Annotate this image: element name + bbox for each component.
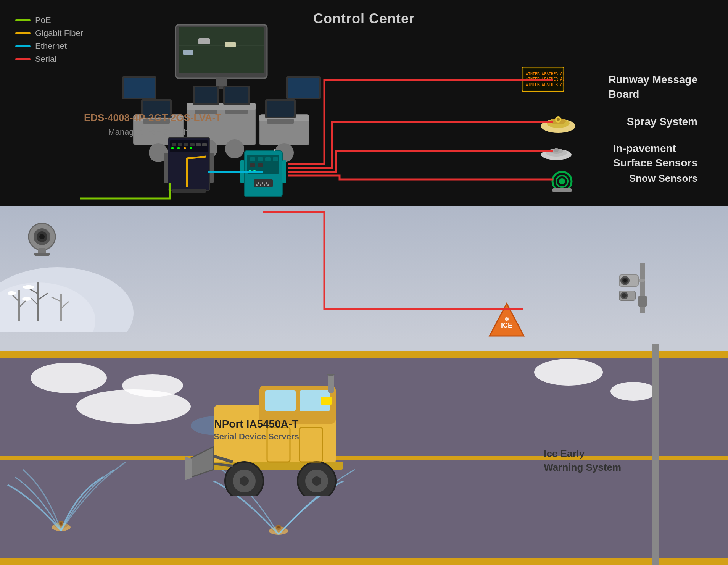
- spray-system-label: Spray System: [627, 115, 697, 129]
- svg-rect-25: [225, 110, 248, 114]
- connection-lines: [0, 0, 728, 206]
- serial-line-icon: [15, 58, 31, 60]
- ethernet-line-icon: [15, 45, 31, 47]
- svg-point-121: [277, 526, 280, 528]
- svg-rect-18: [195, 87, 217, 103]
- svg-line-100: [38, 293, 48, 300]
- svg-point-134: [312, 476, 321, 486]
- serial-label: Serial: [35, 54, 56, 64]
- nport-description: Serial Device Servers: [214, 432, 299, 441]
- svg-text:WINTER WEATHER ALERT: WINTER WEATHER ALERT: [526, 82, 564, 87]
- fiber-label: Gigabit Fiber: [35, 28, 83, 38]
- spray-nozzle-center: [267, 521, 290, 538]
- runway-message-board-label: Runway MessageBoard: [609, 73, 697, 102]
- svg-rect-152: [638, 296, 647, 307]
- svg-rect-54: [265, 157, 271, 161]
- svg-point-58: [249, 170, 251, 172]
- svg-rect-56: [250, 163, 255, 167]
- svg-text:❄: ❄: [504, 315, 510, 323]
- ice-warning-label: Ice EarlyWarning System: [544, 447, 621, 475]
- svg-rect-7: [216, 78, 227, 86]
- svg-line-104: [61, 302, 69, 308]
- svg-point-59: [253, 170, 256, 172]
- svg-point-111: [39, 234, 45, 239]
- svg-point-148: [623, 279, 627, 282]
- runway-message-board-icon: WINTER WEATHER ALERT WINTER WEATHER ALER…: [522, 67, 564, 95]
- nport-label: NPort IA5450A-T Serial Device Servers: [214, 418, 299, 442]
- ptz-camera-icon: [23, 218, 61, 257]
- trees-left: [8, 252, 76, 330]
- svg-rect-34: [288, 78, 319, 98]
- svg-text:WINTER WEATHER ALERT: WINTER WEATHER ALERT: [526, 77, 564, 81]
- eds-switch-icon: [164, 130, 214, 200]
- svg-rect-5: [225, 42, 236, 47]
- legend: PoE Gigabit Fiber Ethernet Serial: [15, 15, 83, 67]
- svg-rect-20: [225, 87, 248, 103]
- svg-text:WINTER WEATHER ALERT: WINTER WEATHER ALERT: [526, 72, 564, 76]
- spray-nozzle-left: [50, 518, 72, 534]
- svg-point-131: [240, 476, 249, 486]
- eds-model: EDS-4008-4P-2GT-2GS-LVA-T: [84, 112, 221, 123]
- svg-point-81: [557, 118, 560, 121]
- snow-sensor-label: Snow Sensors: [629, 172, 697, 185]
- svg-point-151: [622, 293, 627, 298]
- svg-rect-40: [190, 143, 195, 146]
- poe-label: PoE: [35, 15, 51, 25]
- legend-poe: PoE: [15, 15, 83, 25]
- svg-point-106: [22, 297, 31, 301]
- ethernet-label: Ethernet: [35, 41, 67, 51]
- snow-sensor-icon: [543, 170, 581, 194]
- svg-line-99: [29, 288, 38, 294]
- svg-point-63: [258, 182, 259, 184]
- svg-rect-22: [267, 101, 294, 117]
- svg-point-68: [264, 184, 265, 186]
- control-center-area: [122, 23, 321, 183]
- svg-rect-55: [273, 157, 278, 161]
- svg-rect-42: [202, 143, 207, 146]
- legend-fiber: Gigabit Fiber: [15, 28, 83, 38]
- svg-line-97: [19, 300, 27, 307]
- legend-ethernet: Ethernet: [15, 41, 83, 51]
- svg-point-45: [184, 147, 186, 149]
- snow-patch-5: [610, 382, 656, 401]
- svg-rect-113: [34, 253, 50, 256]
- svg-rect-70: [240, 160, 244, 183]
- svg-line-101: [31, 298, 38, 305]
- svg-point-64: [262, 182, 263, 184]
- inpavement-sensor-icon: [539, 141, 573, 164]
- svg-rect-47: [164, 153, 168, 183]
- svg-point-65: [266, 182, 267, 184]
- svg-point-107: [23, 285, 34, 289]
- svg-point-69: [267, 184, 269, 186]
- svg-rect-6: [183, 50, 193, 55]
- ice-warning-text: Ice EarlyWarning System: [544, 448, 621, 473]
- svg-point-44: [177, 147, 180, 149]
- snow-patch-1: [31, 363, 107, 393]
- legend-serial: Serial: [15, 54, 83, 64]
- road-line-bottom: [0, 558, 728, 565]
- control-center-svg: [122, 23, 321, 183]
- svg-rect-52: [250, 157, 255, 161]
- spray-system-icon-top: [539, 109, 577, 137]
- pole-camera-icon: [617, 263, 667, 315]
- control-center-label: Control Center: [313, 11, 415, 27]
- fiber-line-icon: [15, 32, 31, 34]
- svg-rect-126: [328, 374, 334, 393]
- svg-point-67: [260, 184, 261, 186]
- inpavement-sensor-label: In-pavementSurface Sensors: [613, 141, 697, 170]
- poe-line-icon: [15, 19, 31, 21]
- svg-rect-38: [178, 143, 182, 146]
- svg-point-85: [554, 148, 559, 152]
- svg-rect-39: [184, 143, 188, 146]
- svg-point-105: [8, 291, 16, 295]
- road-line-top: [0, 351, 728, 358]
- runway-board-text: Runway MessageBoard: [609, 74, 697, 100]
- bottom-section: PTZ Cameras: [0, 206, 728, 565]
- svg-rect-89: [552, 188, 572, 192]
- svg-rect-41: [196, 143, 201, 146]
- svg-rect-57: [258, 163, 263, 167]
- svg-point-66: [256, 184, 258, 186]
- ice-warning-icon: ICE ❄: [488, 302, 526, 341]
- inpavement-text: In-pavementSurface Sensors: [613, 142, 697, 169]
- svg-rect-53: [258, 157, 263, 161]
